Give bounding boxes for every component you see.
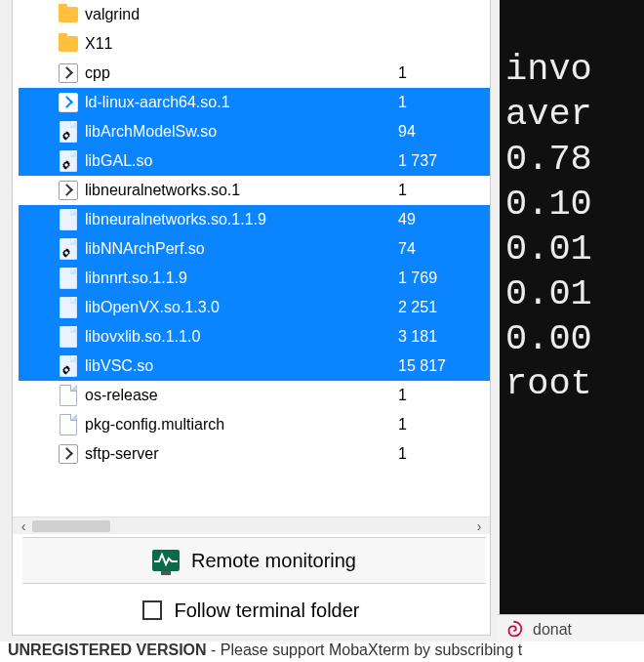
- file-row[interactable]: cpp1: [19, 59, 490, 88]
- file-name: libGAL.so: [83, 152, 392, 170]
- folder-icon: [58, 33, 79, 55]
- gear-file-icon: [58, 238, 79, 260]
- file-row[interactable]: libneuralnetworks.so.11: [19, 176, 490, 205]
- shortcut-icon: [58, 62, 79, 84]
- donate-label: donat: [533, 621, 572, 639]
- file-icon: [58, 268, 79, 289]
- follow-terminal-row[interactable]: Follow terminal folder: [13, 586, 490, 635]
- file-size: 1: [392, 445, 480, 463]
- file-size: 15 817: [392, 357, 480, 375]
- sftp-panel: valgrindX11cpp1ld-linux-aarch64.so.11lib…: [12, 0, 491, 636]
- file-row[interactable]: pkg-config.multiarch1: [19, 410, 490, 439]
- shortcut-icon: [58, 92, 79, 113]
- file-name: libOpenVX.so.1.3.0: [83, 299, 392, 316]
- file-name: cpp: [83, 64, 392, 82]
- file-name: libneuralnetworks.so.1: [83, 182, 392, 199]
- monitor-icon: [152, 550, 180, 571]
- file-name: libovxlib.so.1.1.0: [83, 328, 392, 346]
- file-size: 1: [392, 64, 480, 82]
- file-icon: [58, 209, 79, 230]
- scroll-right-arrow[interactable]: ›: [470, 518, 488, 534]
- debian-swirl-icon: [503, 619, 525, 641]
- donate-bar[interactable]: donat: [498, 614, 644, 643]
- file-row[interactable]: libovxlib.so.1.1.03 181: [19, 322, 490, 352]
- folder-icon: [58, 4, 79, 25]
- file-name: pkg-config.multiarch: [83, 416, 392, 434]
- file-row[interactable]: libNNArchPerf.so74: [19, 234, 490, 264]
- file-size: 1: [392, 387, 480, 404]
- file-name: ld-linux-aarch64.so.1: [83, 94, 392, 111]
- file-name: libneuralnetworks.so.1.1.9: [83, 211, 392, 228]
- shortcut-icon: [58, 443, 79, 465]
- file-size: 2 251: [392, 299, 480, 316]
- file-name: sftp-server: [83, 445, 392, 463]
- file-row[interactable]: libOpenVX.so.1.3.02 251: [19, 293, 490, 322]
- horizontal-scrollbar[interactable]: ‹ ›: [13, 517, 490, 534]
- file-size: 49: [392, 211, 480, 228]
- scroll-thumb[interactable]: [32, 520, 110, 532]
- file-row[interactable]: libneuralnetworks.so.1.1.949: [19, 205, 490, 234]
- file-size: 94: [392, 123, 480, 141]
- file-name: libVSC.so: [83, 357, 392, 375]
- remote-monitoring-label: Remote monitoring: [191, 550, 356, 572]
- file-row[interactable]: sftp-server1: [19, 439, 490, 469]
- file-name: os-release: [83, 387, 392, 404]
- file-icon: [58, 414, 79, 435]
- file-name: libnnrt.so.1.1.9: [83, 269, 392, 287]
- file-size: 1: [392, 94, 480, 111]
- terminal-output[interactable]: invo aver 0.78 0.10 0.01 0.01 0.00 root: [500, 0, 644, 614]
- file-row[interactable]: libArchModelSw.so94: [19, 117, 490, 146]
- file-size: 1: [392, 416, 480, 434]
- file-size: 74: [392, 240, 480, 258]
- file-name: libArchModelSw.so: [83, 123, 392, 141]
- scroll-left-arrow[interactable]: ‹: [15, 518, 32, 534]
- file-size: 3 181: [392, 328, 480, 346]
- file-row[interactable]: libVSC.so15 817: [19, 352, 490, 381]
- file-name: X11: [83, 35, 392, 53]
- file-list[interactable]: valgrindX11cpp1ld-linux-aarch64.so.11lib…: [13, 0, 490, 517]
- scroll-track[interactable]: [32, 520, 470, 532]
- file-name: valgrind: [83, 6, 392, 23]
- gear-file-icon: [58, 355, 79, 377]
- file-row[interactable]: libnnrt.so.1.1.91 769: [19, 264, 490, 293]
- file-name: libNNArchPerf.so: [83, 240, 392, 258]
- shortcut-icon: [58, 180, 79, 201]
- file-row[interactable]: X11: [19, 29, 490, 59]
- gear-file-icon: [58, 121, 79, 143]
- file-icon: [58, 326, 79, 348]
- footer-bold: UNREGISTERED VERSION: [8, 641, 207, 658]
- file-row[interactable]: ld-linux-aarch64.so.11: [19, 88, 490, 117]
- follow-checkbox[interactable]: [142, 600, 162, 620]
- file-size: 1 737: [392, 152, 480, 170]
- file-row[interactable]: os-release1: [19, 381, 490, 410]
- file-row[interactable]: valgrind: [19, 0, 490, 29]
- follow-label: Follow terminal folder: [174, 600, 359, 622]
- file-icon: [58, 385, 79, 406]
- file-row[interactable]: libGAL.so1 737: [19, 146, 490, 176]
- remote-monitoring-button[interactable]: Remote monitoring: [22, 537, 486, 584]
- file-icon: [58, 297, 79, 318]
- footer-rest: - Please support MobaXterm by subscribin…: [207, 641, 523, 658]
- file-size: 1 769: [392, 269, 480, 287]
- gear-file-icon: [58, 150, 79, 172]
- footer-nag: UNREGISTERED VERSION - Please support Mo…: [0, 641, 644, 662]
- file-size: 1: [392, 182, 480, 199]
